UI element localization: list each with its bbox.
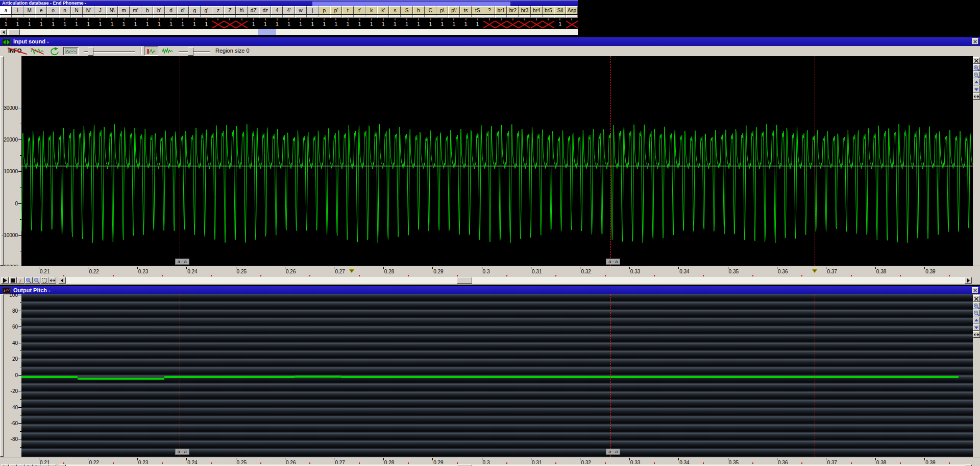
phoneme-subcell[interactable] — [318, 15, 330, 18]
marker-triangle-icon[interactable] — [349, 266, 355, 275]
scrollbar-thumb[interactable] — [457, 277, 472, 284]
phoneme-tab-J[interactable]: J — [94, 6, 106, 14]
up-button[interactable] — [973, 317, 980, 323]
phoneme-tab-ts[interactable]: ts — [460, 6, 472, 14]
phoneme-subcell[interactable] — [201, 15, 212, 18]
phoneme-subcell[interactable] — [212, 15, 224, 18]
phoneme-subcell[interactable] — [165, 15, 177, 18]
phoneme-tab-p[interactable]: p' — [330, 6, 342, 14]
phoneme-tab-s[interactable]: s — [389, 6, 401, 14]
phoneme-subcell[interactable] — [94, 15, 106, 18]
phoneme-tab-g[interactable]: g — [189, 6, 201, 14]
marker-triangle-icon[interactable] — [812, 266, 818, 275]
phoneme-subcell[interactable] — [365, 15, 377, 18]
phoneme-tab-N[interactable]: N — [71, 6, 83, 14]
phoneme-subcell[interactable] — [401, 15, 412, 18]
note-button[interactable]: ♪ — [17, 277, 24, 284]
phoneme-cursor[interactable] — [180, 294, 180, 457]
phoneme-tab-p[interactable]: p — [318, 6, 330, 14]
phoneme-subcell[interactable] — [389, 15, 401, 18]
phoneme-subcell[interactable] — [35, 15, 47, 18]
phoneme-subcell[interactable] — [495, 15, 507, 18]
phoneme-cursor[interactable] — [815, 294, 815, 457]
phoneme-tab-Z[interactable]: Z — [224, 6, 236, 14]
phoneme-tab-t[interactable]: t — [342, 6, 354, 14]
phoneme-cursor[interactable] — [610, 56, 611, 266]
phoneme-subcell[interactable] — [531, 15, 543, 18]
phoneme-tab-p[interactable]: p\' — [448, 6, 460, 14]
phoneme-subcell[interactable] — [59, 15, 71, 18]
phoneme-subcell[interactable] — [543, 15, 554, 18]
input-close-button[interactable] — [972, 38, 978, 44]
phoneme-subcell[interactable] — [342, 15, 354, 18]
phoneme-tab-m[interactable]: m — [118, 6, 130, 14]
down-button[interactable] — [973, 86, 980, 92]
phoneme-tab-a[interactable]: a — [0, 6, 12, 14]
hscroll-thumb[interactable] — [9, 29, 20, 35]
phoneme-tab-e[interactable]: e — [35, 6, 47, 14]
phoneme-subcell[interactable] — [448, 15, 460, 18]
phoneme-tab-h[interactable]: h\ — [236, 6, 248, 14]
phoneme-tab-j[interactable]: j — [307, 6, 318, 14]
phoneme-subcell[interactable] — [507, 15, 519, 18]
phoneme-subcell[interactable] — [71, 15, 83, 18]
phoneme-tab-4[interactable]: 4 — [271, 6, 283, 14]
phoneme-subcell[interactable] — [295, 15, 307, 18]
phoneme-subcell[interactable] — [141, 15, 153, 18]
phoneme-tab-dZ[interactable]: dZ — [248, 6, 259, 14]
phoneme-subcell[interactable] — [271, 15, 283, 18]
phoneme-tab-M[interactable]: M — [23, 6, 35, 14]
phoneme-subcell[interactable] — [236, 15, 248, 18]
zoom-out-button[interactable] — [973, 310, 980, 316]
phoneme-tab-br4[interactable]: br4 — [531, 6, 543, 14]
phoneme-cursor[interactable] — [815, 56, 815, 266]
phoneme-subcell[interactable] — [224, 15, 236, 18]
info-button[interactable]: INFO — [8, 47, 27, 55]
phoneme-tab-z[interactable]: z — [212, 6, 224, 14]
phoneme-subcell[interactable] — [0, 15, 12, 18]
up-button[interactable] — [973, 79, 980, 85]
phoneme-tab-n[interactable]: n — [59, 6, 71, 14]
wave-select-button[interactable] — [144, 46, 158, 56]
output-pitch-titlebar[interactable]: ♪ Output Pitch - — [0, 286, 980, 294]
phoneme-subcell[interactable] — [47, 15, 59, 18]
input-sound-titlebar[interactable]: Input sound - — [0, 37, 980, 46]
phoneme-tab-Asp[interactable]: Asp — [566, 6, 578, 14]
scrollbar-track[interactable] — [66, 277, 965, 284]
play-button[interactable] — [1, 277, 9, 284]
phoneme-subcell[interactable] — [106, 15, 118, 18]
phoneme-subcell[interactable] — [472, 15, 483, 18]
phoneme-tab-S[interactable]: S — [401, 6, 412, 14]
zoom-in-button[interactable] — [25, 277, 33, 284]
loop-button[interactable] — [48, 46, 61, 56]
phoneme-tab-d[interactable]: d — [165, 6, 177, 14]
close-button[interactable] — [973, 295, 980, 302]
phoneme-tab-4[interactable]: 4' — [283, 6, 295, 14]
phoneme-subcell[interactable] — [519, 15, 530, 18]
phoneme-tab-m[interactable]: m' — [130, 6, 141, 14]
phoneme-subcell[interactable] — [377, 15, 389, 18]
zoom-out-button[interactable] — [33, 277, 40, 284]
phoneme-subcell[interactable] — [566, 15, 578, 18]
phoneme-tab-br1[interactable]: br1 — [495, 6, 507, 14]
phoneme-subcell[interactable] — [436, 15, 448, 18]
region-slider-track[interactable] — [179, 51, 210, 53]
phoneme-tab-b[interactable]: b — [141, 6, 153, 14]
phoneme-subcell[interactable] — [118, 15, 130, 18]
phoneme-tab-i[interactable]: i — [12, 6, 23, 14]
phoneme-subcell[interactable] — [130, 15, 141, 18]
zoom-out-button[interactable] — [973, 72, 980, 78]
select-button[interactable] — [41, 277, 48, 284]
left-button[interactable] — [59, 277, 66, 284]
phoneme-subcell[interactable] — [153, 15, 165, 18]
zoom-in-button[interactable] — [973, 302, 980, 309]
phoneme-tab-tS[interactable]: tS — [472, 6, 483, 14]
phoneme-subcell[interactable] — [483, 15, 495, 18]
phoneme-tab-br3[interactable]: br3 — [519, 6, 530, 14]
phoneme-tab-w[interactable]: w — [295, 6, 307, 14]
zoom-in-button[interactable] — [973, 64, 980, 71]
input-waveform-chart[interactable]: a - aa - a — [21, 56, 973, 266]
mute-wave-button[interactable] — [30, 47, 45, 55]
phoneme-tab-t[interactable]: t' — [354, 6, 365, 14]
phoneme-tab-N[interactable]: N' — [83, 6, 94, 14]
